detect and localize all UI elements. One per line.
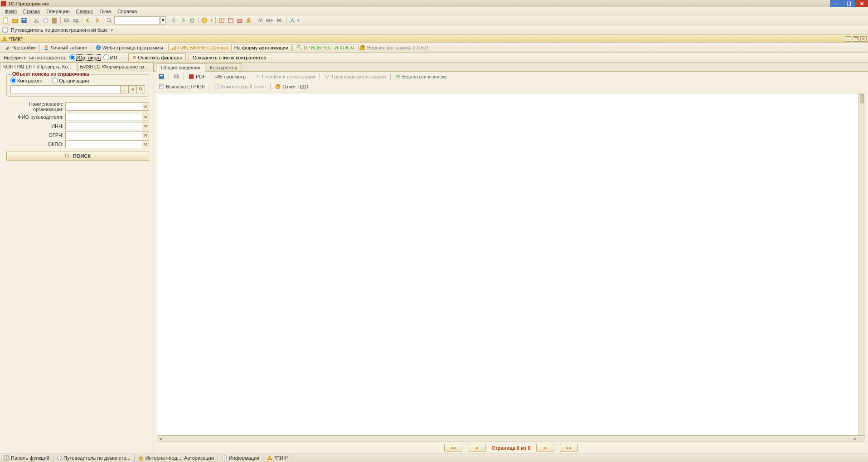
paste-icon[interactable] — [50, 16, 58, 24]
lookup-clear-button[interactable]: ✕ — [129, 85, 137, 93]
child-restore-button[interactable]: ❐ — [853, 36, 859, 42]
lookup-search-button[interactable] — [137, 85, 145, 93]
clear-filters-button[interactable]: ✕ Очистить фильтры — [128, 53, 186, 61]
help-icon[interactable]: ? — [359, 45, 365, 50]
goto-registration-button[interactable]: Перейти к регистрации — [253, 73, 317, 80]
back-to-list-button[interactable]: Вернуться к списку — [393, 73, 448, 80]
orgname-clear[interactable]: ✕ — [142, 102, 149, 111]
child-close-button[interactable]: ✕ — [860, 36, 867, 42]
horizontal-scrollbar[interactable]: ◂ ▸ — [157, 435, 865, 442]
menu-windows[interactable]: Окна — [97, 8, 114, 15]
tab-pik-business[interactable]: ПИК:БИЗНЕС (Demo) — [168, 44, 231, 51]
nav-reload-icon[interactable] — [188, 16, 196, 24]
status-internet[interactable]: Интернет-под...: Авторизация — [135, 454, 218, 462]
m-minus-icon[interactable]: M- — [276, 18, 284, 23]
radio-ip-input[interactable] — [103, 54, 109, 60]
menu-service[interactable]: Сервис — [73, 8, 96, 15]
minimize-button[interactable]: – — [830, 0, 843, 7]
menu-edit[interactable]: Правка — [20, 8, 43, 15]
search-button[interactable]: ПОИСК — [6, 151, 149, 161]
group-registration-button[interactable]: Групповая регистрация — [323, 73, 387, 80]
inn-input[interactable] — [65, 122, 142, 130]
pdf-button[interactable]: PDF — [187, 73, 207, 80]
radio-legal[interactable]: Юр. лицо — [69, 54, 101, 61]
dropdown-arrow-icon[interactable]: ▾ — [209, 18, 213, 23]
tab-personal[interactable]: Личный кабинет — [41, 44, 91, 51]
nav-back-icon[interactable] — [170, 16, 178, 24]
vertical-scrollbar[interactable] — [858, 93, 865, 442]
scrollbar-thumb[interactable] — [860, 94, 864, 103]
print-icon[interactable] — [172, 73, 181, 80]
radio-contragent[interactable]: Контрагент — [10, 78, 43, 83]
tab-buy-key[interactable]: ПРИОБРЕСТИ КЛЮЧ — [294, 44, 357, 51]
bw-view-button[interactable]: Ч/Б просмотр — [213, 73, 247, 80]
orgname-input[interactable] — [65, 102, 142, 111]
search-dropdown[interactable]: ▾ — [160, 16, 166, 24]
okpo-clear[interactable]: ✕ — [142, 140, 149, 148]
print-preview-icon[interactable] — [72, 16, 80, 24]
search-icon[interactable] — [105, 16, 113, 24]
status-pik[interactable]: *ПИК* — [263, 454, 292, 462]
tab-general[interactable]: Общие сведения — [156, 63, 205, 72]
close-button[interactable]: ✕ — [855, 0, 868, 7]
menu-operations[interactable]: Операции — [44, 8, 72, 15]
open-icon[interactable] — [11, 16, 19, 24]
cut-icon[interactable] — [32, 16, 40, 24]
pager-first-button[interactable]: << — [444, 444, 462, 452]
fio-input[interactable] — [65, 113, 142, 121]
panel-tab-contragent[interactable]: КОНТРАГЕНТ /Проверка Контраг ... — [0, 63, 77, 72]
demo-guide-link[interactable]: Путеводитель по демонстрационной базе — [11, 27, 108, 33]
pager-prev-button[interactable]: < — [468, 444, 486, 452]
radio-ip[interactable]: ИП — [103, 54, 117, 60]
lookup-select-button[interactable]: ... — [121, 85, 129, 93]
maximize-button[interactable]: ☐ — [843, 0, 855, 7]
dropdown-arrow-icon[interactable]: ▾ — [297, 18, 300, 23]
ogrn-input[interactable] — [65, 131, 142, 139]
tools-icon[interactable] — [288, 16, 296, 24]
inn-clear[interactable]: ✕ — [142, 122, 149, 130]
save-icon[interactable] — [157, 73, 166, 80]
new-doc-icon[interactable] — [2, 16, 10, 24]
status-panel-functions[interactable]: Панель функций — [0, 454, 53, 462]
egrul-button[interactable]: Выписка ЕГРЮЛ — [157, 83, 206, 90]
save-icon[interactable] — [20, 16, 28, 24]
panel-tab-business[interactable]: БИЗНЕС /Формирование группы ... — [77, 63, 154, 72]
user-icon[interactable] — [245, 16, 253, 24]
tab-auth-form[interactable]: На форму авторизации — [231, 44, 291, 51]
calendar-icon[interactable] — [227, 16, 235, 24]
ogrn-clear[interactable]: ✕ — [142, 131, 149, 139]
tab-webpage[interactable]: Web-страница программы — [93, 44, 166, 51]
menu-help[interactable]: Справка — [115, 8, 140, 15]
pager-next-button[interactable]: > — [536, 444, 554, 452]
copy-icon[interactable] — [41, 16, 49, 24]
fio-clear[interactable]: ✕ — [142, 113, 149, 121]
m-icon[interactable]: M — [257, 18, 264, 23]
panel-icon[interactable] — [218, 16, 226, 24]
tab-competitors[interactable]: Конкуренты — [205, 63, 242, 71]
tab-settings[interactable]: Настройки — [2, 44, 39, 51]
nav-fwd-icon[interactable] — [179, 16, 187, 24]
menu-file[interactable]: Файл — [2, 8, 19, 15]
undo-icon[interactable] — [84, 16, 92, 24]
radio-contragent-input[interactable] — [10, 78, 16, 83]
radio-organization-input[interactable] — [52, 78, 58, 83]
status-guide[interactable]: Путеводитель по демонстр... — [53, 454, 135, 462]
print-icon[interactable] — [63, 16, 71, 24]
pager-last-button[interactable]: >> — [560, 444, 578, 452]
scroll-left-icon[interactable]: ◂ — [157, 436, 164, 441]
radio-legal-input[interactable] — [69, 54, 75, 60]
search-input[interactable] — [114, 16, 160, 24]
dropdown-arrow-icon[interactable]: ▾ — [111, 27, 113, 33]
redo-icon[interactable] — [93, 16, 101, 24]
radio-organization[interactable]: Организация — [52, 78, 89, 83]
scroll-right-icon[interactable]: ▸ — [852, 436, 858, 441]
complex-report-button[interactable]: Комплексный отчет — [212, 83, 268, 90]
save-list-button[interactable]: Сохранить список контрагентов — [189, 54, 270, 61]
info-icon[interactable]: i — [200, 16, 209, 24]
pdo-report-button[interactable]: Отчет ПДО — [273, 83, 310, 90]
lookup-input[interactable] — [10, 85, 121, 93]
cashbox-icon[interactable] — [236, 16, 244, 24]
m-plus-icon[interactable]: M+ — [265, 18, 275, 23]
okpo-input[interactable] — [65, 140, 142, 148]
status-info[interactable]: i Информация — [218, 454, 263, 462]
